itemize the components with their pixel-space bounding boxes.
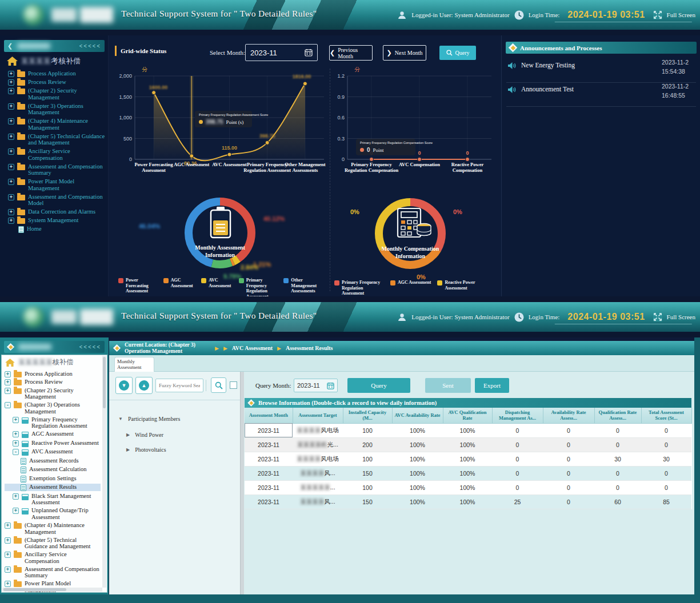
expand-icon[interactable]: +	[8, 134, 14, 140]
table-row[interactable]: 2023-11某某某某风...150100%100%0000	[245, 466, 691, 480]
cell-value[interactable]: 0	[492, 452, 543, 466]
results-table[interactable]: Assessment MonthAssessment TargetInstall…	[245, 408, 692, 509]
expand-icon[interactable]: +	[8, 218, 14, 224]
sidebar-item[interactable]: -AVC Assessment	[5, 448, 101, 456]
sidebar-item[interactable]: +Process Application	[5, 371, 101, 377]
expand-icon[interactable]: +	[5, 379, 11, 385]
cell-assessment-month[interactable]: 2023-11	[245, 466, 293, 480]
expand-icon[interactable]: +	[5, 371, 11, 377]
expand-icon[interactable]: +	[8, 118, 14, 124]
cell-value[interactable]: 150	[343, 495, 392, 509]
sidebar-item[interactable]: +Ancillary Service Compensation	[5, 551, 101, 564]
sidebar-item[interactable]: +(Chapter 5) Technical Guidance and Mana…	[8, 133, 106, 147]
sidebar-item[interactable]: +Assessment and Compensation Summary	[5, 566, 101, 579]
cell-value[interactable]: 100%	[443, 452, 492, 466]
sidebar-item[interactable]: +(Chapter 2) Security Management	[8, 87, 106, 101]
expand-icon[interactable]: +	[5, 566, 11, 573]
fullscreen-label[interactable]: Full Screen	[667, 11, 695, 18]
cell-value[interactable]: 100%	[392, 423, 443, 437]
export-button[interactable]: Export	[475, 378, 509, 393]
expand-all-button[interactable]: ▼	[115, 377, 133, 394]
sidebar-item[interactable]: Assessment Results	[5, 484, 101, 491]
horizontal-scrollbar[interactable]	[2, 588, 102, 592]
members-node-photovoltaics[interactable]: ▶ Photovoltaics	[126, 447, 166, 453]
column-header[interactable]: AVC Qualification Rate	[443, 408, 492, 423]
expand-icon[interactable]: +	[5, 552, 11, 558]
cell-assessment-month[interactable]: 2023-11	[245, 423, 293, 437]
fullscreen-label[interactable]: Full Screen	[667, 313, 695, 320]
collapse-icon[interactable]: -	[5, 402, 11, 408]
expand-icon[interactable]: +	[8, 71, 14, 77]
expand-icon[interactable]: +	[5, 522, 11, 529]
column-header[interactable]: Total Assessment Score (St...	[641, 408, 691, 423]
cell-value[interactable]: 0	[543, 452, 594, 466]
cell-value[interactable]: 100%	[443, 495, 492, 509]
cell-assessment-target[interactable]: 某某某某风电场	[293, 452, 343, 466]
sidebar-item[interactable]: +(Chapter 5) Technical Guidance and Mana…	[5, 537, 101, 550]
cell-value[interactable]: 0	[594, 437, 641, 452]
cell-value[interactable]: 0	[641, 437, 691, 452]
expand-icon[interactable]: +	[8, 103, 14, 110]
legend-item[interactable]: AGC Assessment	[163, 278, 195, 288]
cell-value[interactable]: 100	[343, 452, 392, 466]
sidebar-item[interactable]: Assessment Records	[5, 457, 101, 465]
fullscreen-icon[interactable]	[653, 10, 662, 19]
cell-value[interactable]: 100	[343, 423, 392, 437]
column-header[interactable]: Qualification Rate Assess...	[594, 408, 641, 423]
sidebar-collapse-arrows[interactable]: <<<<<	[79, 43, 102, 49]
table-row[interactable]: 2023-11某某某某风电场100100%100%0000	[245, 423, 691, 437]
breadcrumb-item[interactable]: Assessment Results	[286, 345, 333, 351]
next-month-button[interactable]: ❯ Next Month	[383, 45, 426, 61]
calendar-icon[interactable]	[305, 49, 313, 57]
sidebar-item[interactable]: +Process Review	[8, 79, 106, 86]
expand-icon[interactable]: +	[13, 508, 19, 514]
cell-value[interactable]: 100%	[392, 480, 443, 495]
table-row[interactable]: 2023-11某某某某机光...200100%100%0000	[245, 437, 691, 452]
cell-value[interactable]: 100%	[392, 495, 443, 509]
previous-month-button[interactable]: ❮ Previous Month	[329, 45, 373, 61]
cell-value[interactable]: 85	[641, 495, 691, 509]
fuzzy-search-input[interactable]	[155, 379, 203, 392]
announcement-item[interactable]: Announcement Test2023-11-216:48:55	[507, 82, 696, 105]
cell-value[interactable]: 200	[343, 437, 392, 452]
expand-icon[interactable]: +	[13, 431, 19, 437]
sidebar-item[interactable]: +Primary Frequency Regulation Assessment	[5, 416, 101, 429]
expand-icon[interactable]: +	[8, 148, 14, 155]
cell-assessment-target[interactable]: 某某某某风...	[293, 495, 343, 509]
column-header[interactable]: Availability Rate Assess...	[543, 408, 594, 423]
cell-assessment-month[interactable]: 2023-11	[245, 495, 293, 509]
table-row[interactable]: 2023-11某某某某风...150100%100%2506085	[245, 495, 691, 509]
table-row[interactable]: 2023-11某某某某某...100100%100%0000	[245, 480, 691, 495]
legend-item[interactable]: Other Management Assessments	[283, 278, 322, 294]
cell-value[interactable]: 0	[543, 480, 594, 495]
tab-monthly-assessment-results[interactable]: Monthly Assessment Results	[114, 357, 154, 372]
sidebar-item[interactable]: +Assessment and Compensation Model	[8, 194, 106, 207]
column-header[interactable]: Assessment Month	[245, 408, 293, 423]
column-header[interactable]: Assessment Target	[293, 408, 343, 423]
sidebar-item-home[interactable]: Home	[8, 226, 106, 233]
cell-value[interactable]: 100%	[443, 466, 492, 480]
cell-assessment-target[interactable]: 某某某某机光...	[293, 437, 343, 452]
cell-value[interactable]: 0	[492, 466, 543, 480]
column-header[interactable]: AVC Availability Rate	[392, 408, 443, 423]
cell-value[interactable]: 25	[492, 495, 543, 509]
cell-value[interactable]: 100%	[392, 466, 443, 480]
cell-value[interactable]: 0	[594, 480, 641, 495]
expand-icon[interactable]: +	[13, 493, 19, 500]
cell-value[interactable]: 0	[543, 437, 594, 452]
select-checkbox[interactable]	[230, 381, 237, 389]
member-search-button[interactable]	[211, 377, 226, 393]
legend-item[interactable]: Reactive Power Assessment	[437, 280, 487, 291]
sidebar-item[interactable]: Assessment Calculation	[5, 466, 101, 473]
column-header[interactable]: Installed Capacity (M...	[343, 408, 392, 423]
table-row[interactable]: 2023-11某某某某风电场100100%100%003030	[245, 452, 691, 466]
cell-value[interactable]: 0	[543, 466, 594, 480]
cell-value[interactable]: 0	[641, 423, 691, 437]
cell-assessment-target[interactable]: 某某某某某...	[293, 480, 343, 495]
cell-value[interactable]: 100%	[392, 437, 443, 452]
sidebar-item[interactable]: +Process Application	[8, 70, 106, 77]
expand-icon[interactable]: +	[5, 581, 11, 587]
cell-value[interactable]: 0	[594, 466, 641, 480]
cell-value[interactable]: 0	[492, 423, 543, 437]
collapse-icon[interactable]: -	[13, 449, 19, 455]
